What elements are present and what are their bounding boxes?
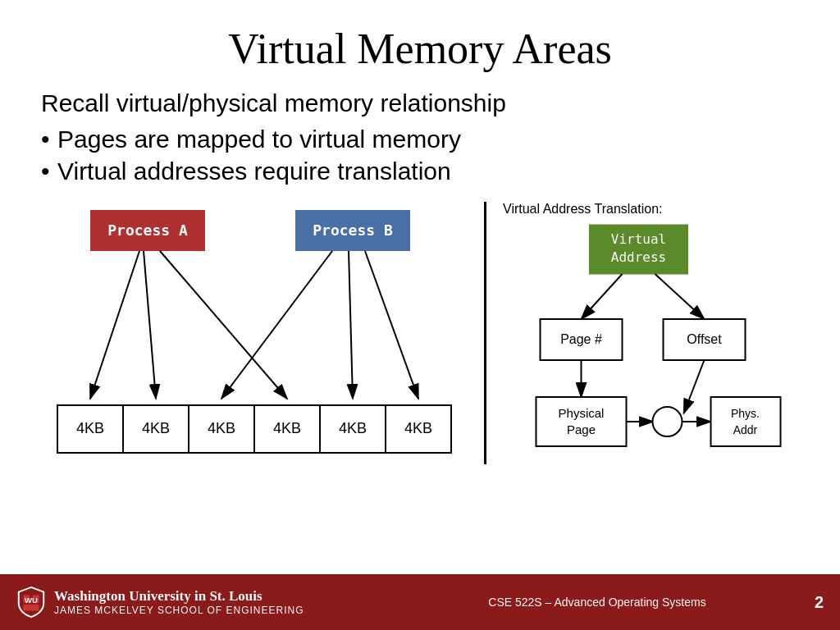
svg-line-27 <box>582 274 623 319</box>
svg-text:Process B: Process B <box>313 221 393 239</box>
svg-line-18 <box>160 251 287 399</box>
footer-course: CSE 522S – Advanced Operating Systems <box>404 596 791 609</box>
svg-rect-46 <box>23 605 39 611</box>
svg-line-39 <box>684 360 705 413</box>
svg-text:Page: Page <box>567 422 596 436</box>
footer: WU Washington University in St. Louis Ja… <box>0 574 840 630</box>
left-diagram-svg: Process A Process B 4KB 4KB 4KB 4KB 4KB … <box>41 202 468 464</box>
left-diagram: Process A Process B 4KB 4KB 4KB 4KB 4KB … <box>41 202 468 464</box>
shield-icon: WU <box>16 586 46 619</box>
svg-rect-34 <box>536 397 627 446</box>
svg-text:4KB: 4KB <box>142 420 170 436</box>
svg-text:WU: WU <box>25 596 38 605</box>
footer-page-num: 2 <box>791 593 824 612</box>
svg-text:4KB: 4KB <box>339 420 367 436</box>
footer-university-text: Washington University in St. Louis James… <box>54 588 304 616</box>
right-diagram: Virtual Address Translation: Virtual Add… <box>503 202 799 464</box>
diagrams-row: Process A Process B 4KB 4KB 4KB 4KB 4KB … <box>41 202 799 464</box>
svg-line-16 <box>90 251 139 399</box>
slide-title: Virtual Memory Areas <box>41 25 799 73</box>
svg-text:Physical: Physical <box>559 406 605 420</box>
svg-line-17 <box>144 251 156 399</box>
svg-text:Address: Address <box>611 249 666 265</box>
bullet-item-1: Pages are mapped to virtual memory <box>41 126 799 153</box>
bullet-item-2: Virtual addresses require translation <box>41 158 799 185</box>
svg-text:Addr: Addr <box>733 423 758 436</box>
svg-text:Offset: Offset <box>687 332 722 346</box>
svg-line-19 <box>221 251 332 399</box>
svg-text:4KB: 4KB <box>76 420 104 436</box>
bullet-list: Pages are mapped to virtual memory Virtu… <box>41 126 799 185</box>
vat-label: Virtual Address Translation: <box>503 202 799 217</box>
svg-rect-41 <box>711 397 781 446</box>
svg-text:Phys.: Phys. <box>731 407 760 420</box>
svg-line-20 <box>349 251 353 399</box>
svg-line-28 <box>655 274 705 319</box>
svg-text:4KB: 4KB <box>273 420 301 436</box>
svg-text:4KB: 4KB <box>208 420 235 436</box>
svg-text:Virtual: Virtual <box>611 231 666 247</box>
svg-point-38 <box>653 407 682 436</box>
recall-text: Recall virtual/physical memory relations… <box>41 89 799 117</box>
svg-text:4KB: 4KB <box>404 420 432 436</box>
svg-text:Page #: Page # <box>560 332 602 346</box>
footer-univ-name: Washington University in St. Louis <box>54 588 304 605</box>
right-diagram-svg: Virtual Address Page # Offset Physical <box>503 221 799 467</box>
footer-school-name: James McKelvey School of Engineering <box>54 605 304 616</box>
slide-content: Virtual Memory Areas Recall virtual/phys… <box>0 0 840 574</box>
svg-line-21 <box>365 251 418 399</box>
svg-text:Process A: Process A <box>107 221 188 239</box>
footer-logo-area: WU Washington University in St. Louis Ja… <box>16 586 404 619</box>
vertical-divider <box>484 202 486 464</box>
